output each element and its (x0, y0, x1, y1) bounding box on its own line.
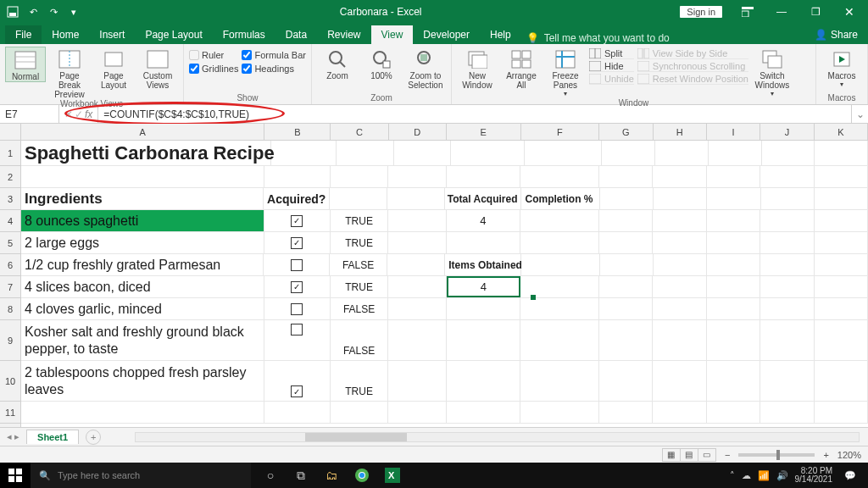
wifi-icon[interactable]: 📶 (758, 470, 770, 481)
cell-G7[interactable] (599, 276, 653, 297)
checkbox-B4[interactable]: ✓ (291, 215, 303, 227)
row-header-8[interactable]: 8 (0, 298, 20, 320)
cell-C10[interactable]: TRUE (331, 361, 388, 401)
cell-E6[interactable]: Items Obtained (445, 254, 521, 275)
row-header-6[interactable]: 6 (0, 254, 20, 276)
cell-B10[interactable]: ✓ (264, 361, 331, 401)
close-button[interactable]: ✕ (834, 0, 865, 24)
cell-E9[interactable] (447, 320, 521, 360)
col-header-K[interactable]: K (815, 124, 868, 140)
tab-file[interactable]: File (5, 25, 42, 44)
cell-F2[interactable] (520, 166, 599, 187)
fx-icon[interactable]: fx (85, 108, 92, 120)
macros-button[interactable]: Macros▾ (821, 47, 862, 89)
zoom-button[interactable]: Zoom (317, 47, 358, 80)
page-break-view-icon[interactable]: ▭ (698, 448, 716, 462)
col-header-B[interactable]: B (264, 124, 331, 140)
row-header-2[interactable]: 2 (0, 166, 20, 188)
cell-H2[interactable] (653, 166, 706, 187)
expand-formula-bar-icon[interactable]: ⌄ (851, 105, 868, 123)
row-header-11[interactable]: 11 (0, 402, 20, 424)
tell-me-search[interactable]: 💡 Tell me what you want to do (526, 32, 670, 44)
redo-icon[interactable]: ↷ (46, 4, 61, 19)
cell-G2[interactable] (599, 166, 653, 187)
cell-B6[interactable] (264, 254, 330, 275)
cell-D5[interactable] (388, 232, 446, 253)
cell-E2[interactable] (447, 166, 521, 187)
cell-C2[interactable] (331, 166, 388, 187)
cell-J7[interactable] (760, 276, 814, 297)
file-explorer-icon[interactable]: 🗂 (317, 463, 346, 488)
tab-home[interactable]: Home (42, 25, 89, 44)
cell-E5[interactable] (447, 232, 521, 253)
cell-D2[interactable] (388, 166, 446, 187)
cell-B7[interactable]: ✓ (264, 276, 331, 297)
cell-F11[interactable] (520, 402, 599, 423)
cell-K10[interactable] (815, 361, 868, 401)
cell-K5[interactable] (815, 232, 868, 253)
tray-chevron-icon[interactable]: ˄ (730, 470, 735, 481)
cell-F3[interactable]: Completion % (521, 188, 599, 209)
name-box[interactable]: E7 (0, 105, 59, 123)
cell-A2[interactable] (21, 166, 264, 187)
cell-D9[interactable] (388, 320, 446, 360)
page-break-preview-button[interactable]: Page Break Preview (49, 47, 90, 99)
save-icon[interactable] (5, 4, 20, 19)
start-button[interactable] (0, 463, 31, 488)
cell-A9[interactable]: Kosher salt and freshly ground black pep… (21, 320, 264, 360)
cell-J4[interactable] (760, 210, 814, 231)
cell-K11[interactable] (815, 402, 868, 423)
cell-H5[interactable] (653, 232, 706, 253)
cell-I7[interactable] (707, 276, 760, 297)
normal-view-icon[interactable]: ▦ (662, 448, 681, 462)
cell-K6[interactable] (815, 254, 868, 275)
cell-K2[interactable] (815, 166, 868, 187)
select-all-corner[interactable] (0, 124, 20, 141)
sign-in-button[interactable]: Sign in (680, 6, 722, 18)
cell-G8[interactable] (599, 298, 653, 319)
cell-B1[interactable] (271, 141, 337, 165)
cell-I1[interactable] (709, 141, 762, 165)
col-header-A[interactable]: A (21, 124, 264, 140)
row-header-9[interactable]: 9 (0, 320, 20, 361)
custom-views-button[interactable]: Custom Views (137, 47, 178, 90)
freeze-panes-button[interactable]: Freeze Panes▾ (545, 47, 586, 98)
cell-E7[interactable]: 4 (447, 276, 521, 297)
zoom-out-button[interactable]: − (725, 450, 730, 460)
cell-E10[interactable] (447, 361, 521, 401)
formula-input[interactable]: =COUNTIF($C$4:$C$10,TRUE) (98, 105, 851, 123)
cell-B11[interactable] (264, 402, 331, 423)
cell-D11[interactable] (388, 402, 446, 423)
cell-K4[interactable] (815, 210, 868, 231)
cell-I5[interactable] (707, 232, 760, 253)
tab-help[interactable]: Help (480, 25, 521, 44)
zoom-in-button[interactable]: + (823, 450, 828, 460)
cell-J6[interactable] (760, 254, 814, 275)
cell-E3[interactable]: Total Acquired (445, 188, 521, 209)
cell-A4[interactable]: 8 ounces spaghetti (21, 210, 264, 231)
cell-H10[interactable] (653, 361, 706, 401)
cell-G9[interactable] (599, 320, 653, 360)
cell-H8[interactable] (653, 298, 706, 319)
cell-J10[interactable] (760, 361, 814, 401)
onedrive-icon[interactable]: ☁ (742, 470, 751, 481)
notifications-icon[interactable]: 💬 (839, 463, 861, 488)
cell-B2[interactable] (264, 166, 331, 187)
chrome-icon[interactable] (348, 463, 376, 488)
zoom-100-button[interactable]: 100% (361, 47, 402, 80)
add-sheet-button[interactable]: + (86, 430, 101, 445)
cell-K8[interactable] (815, 298, 868, 319)
share-button[interactable]: 👤 Share (804, 25, 868, 44)
cell-A11[interactable] (21, 402, 264, 423)
tab-formulas[interactable]: Formulas (213, 25, 275, 44)
cell-G4[interactable] (599, 210, 653, 231)
tab-page-layout[interactable]: Page Layout (135, 25, 212, 44)
cell-F10[interactable] (520, 361, 599, 401)
cell-B5[interactable]: ✓ (264, 232, 331, 253)
cell-I2[interactable] (707, 166, 760, 187)
tab-review[interactable]: Review (317, 25, 370, 44)
volume-icon[interactable]: 🔊 (776, 470, 788, 481)
undo-icon[interactable]: ↶ (25, 4, 41, 19)
horizontal-scrollbar[interactable] (135, 432, 860, 442)
cell-I4[interactable] (707, 210, 760, 231)
